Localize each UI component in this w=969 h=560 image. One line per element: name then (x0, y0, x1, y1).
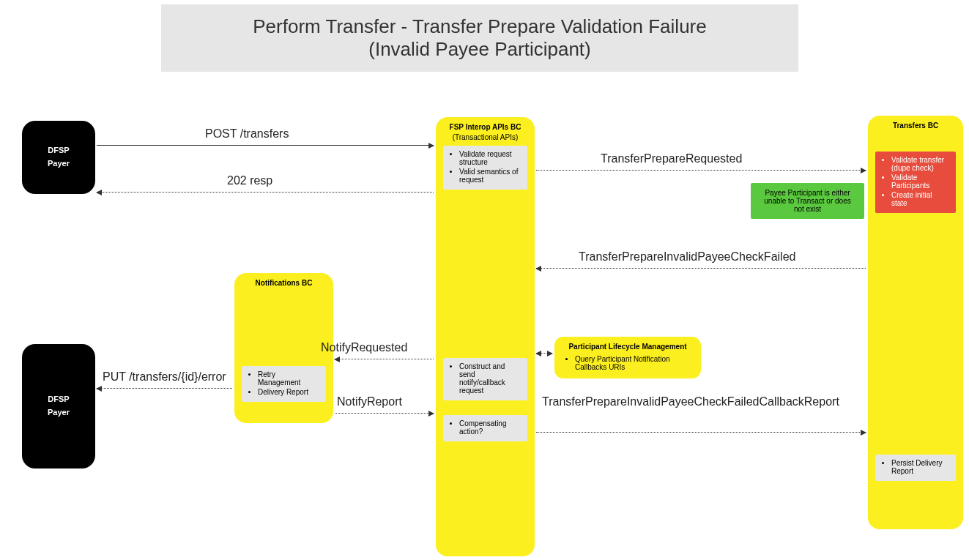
fsp-interop-bc: FSP Interop APIs BC (Transactional APIs)… (436, 117, 535, 556)
arrow-invalid-check-failed (536, 268, 866, 269)
arrow-post-transfers (97, 145, 434, 146)
notifications-bc: Notifications BC Retry Management Delive… (234, 273, 333, 423)
edge-prepare-requested: TransferPrepareRequested (601, 152, 742, 165)
arrow-callback-report (536, 432, 866, 433)
edge-202-resp: 202 resp (227, 174, 272, 187)
payee-participant-error-note: Payee Participant is either unable to Tr… (751, 183, 864, 219)
edge-post-transfers: POST /transfers (205, 127, 289, 141)
participant-lifecycle-mgmt: Participant Lifecycle Management Query P… (554, 337, 701, 378)
actor-dfsp-payer-bottom: DFSP Payer (22, 344, 95, 468)
transfers-bc: Transfers BC Validate transfer (dupe che… (868, 116, 963, 529)
pl-title: Participant Lifecycle Management (562, 343, 694, 351)
actor-label: DFSP (48, 144, 69, 157)
edge-notify-requested: NotifyRequested (321, 341, 407, 354)
actor-label: DFSP (48, 393, 69, 406)
notifications-note: Retry Management Delivery Report (242, 366, 326, 402)
edge-invalid-check-failed: TransferPrepareInvalidPayeeCheckFailed (579, 250, 795, 264)
fsp-note-construct: Construct and send notify/callback reque… (443, 358, 527, 400)
bc-title: Transfers BC (875, 122, 956, 130)
title-line1: Perform Transfer - Transfer Prepare Vali… (183, 15, 776, 38)
fsp-note-compensating: Compensating action? (443, 415, 527, 441)
arrow-fsp-plm (536, 353, 552, 354)
bc-subtitle: (Transactional APIs) (443, 133, 527, 141)
fsp-note-validate: Validate request structure Valid semanti… (443, 146, 527, 190)
transfers-persist-note: Persist Delivery Report (875, 455, 956, 481)
transfers-red-note: Validate transfer (dupe check) Validate … (875, 152, 956, 213)
title-line2: (Invalid Payee Participant) (183, 38, 776, 61)
actor-label: Payer (48, 406, 70, 419)
edge-callback-report: TransferPrepareInvalidPayeeCheckFailedCa… (542, 395, 828, 408)
actor-label: Payer (48, 157, 70, 171)
arrow-put-error (97, 388, 232, 389)
arrow-notify-requested (335, 359, 434, 359)
arrow-202-resp (97, 192, 434, 193)
bc-title: Notifications BC (242, 279, 326, 287)
pl-note: Query Participant Notification Callbacks… (562, 354, 694, 373)
actor-dfsp-payer-top: DFSP Payer (22, 121, 95, 194)
arrow-notify-report (335, 413, 434, 414)
diagram-title: Perform Transfer - Transfer Prepare Vali… (161, 4, 798, 72)
edge-notify-report: NotifyReport (337, 395, 402, 408)
edge-put-error: PUT /transfers/{id}/error (103, 370, 226, 384)
arrow-prepare-requested (536, 170, 866, 171)
bc-title: FSP Interop APIs BC (443, 123, 527, 131)
